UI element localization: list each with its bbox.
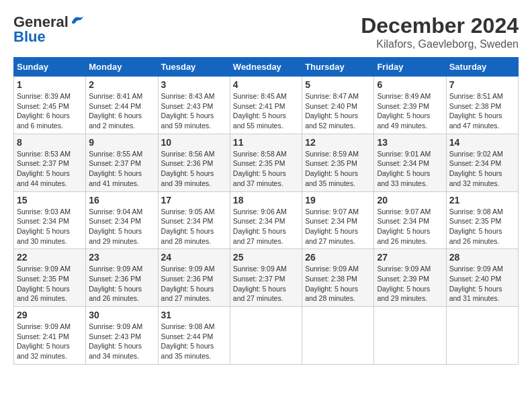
calendar-cell: 7Sunrise: 8:51 AMSunset: 2:38 PMDaylight… xyxy=(446,77,518,134)
day-number: 10 xyxy=(161,137,227,148)
day-info: Sunrise: 9:07 AMSunset: 2:34 PMDaylight:… xyxy=(377,207,443,246)
calendar-cell: 9Sunrise: 8:55 AMSunset: 2:37 PMDaylight… xyxy=(86,134,158,191)
calendar-cell: 20Sunrise: 9:07 AMSunset: 2:34 PMDayligh… xyxy=(374,191,446,249)
calendar-cell: 16Sunrise: 9:04 AMSunset: 2:34 PMDayligh… xyxy=(86,191,158,249)
day-info: Sunrise: 8:39 AMSunset: 2:45 PMDaylight:… xyxy=(17,91,83,131)
day-number: 30 xyxy=(89,310,154,320)
day-number: 24 xyxy=(161,252,227,263)
day-number: 25 xyxy=(233,252,299,263)
page-title: December 2024 xyxy=(361,13,519,38)
calendar-cell: 2Sunrise: 8:41 AMSunset: 2:44 PMDaylight… xyxy=(86,77,158,134)
calendar-cell: 5Sunrise: 8:47 AMSunset: 2:40 PMDaylight… xyxy=(302,77,374,134)
day-info: Sunrise: 9:02 AMSunset: 2:34 PMDaylight:… xyxy=(449,149,515,189)
day-number: 26 xyxy=(305,252,371,263)
day-info: Sunrise: 9:05 AMSunset: 2:34 PMDaylight:… xyxy=(161,207,227,246)
calendar-cell: 21Sunrise: 9:08 AMSunset: 2:35 PMDayligh… xyxy=(446,191,518,249)
day-info: Sunrise: 8:56 AMSunset: 2:36 PMDaylight:… xyxy=(161,149,227,189)
day-number: 9 xyxy=(89,137,154,148)
day-info: Sunrise: 8:41 AMSunset: 2:44 PMDaylight:… xyxy=(89,91,154,131)
calendar-cell xyxy=(230,307,302,365)
day-info: Sunrise: 9:09 AMSunset: 2:39 PMDaylight:… xyxy=(377,264,443,304)
calendar-cell: 19Sunrise: 9:07 AMSunset: 2:34 PMDayligh… xyxy=(302,191,374,249)
day-number: 12 xyxy=(305,137,371,148)
day-number: 17 xyxy=(161,195,227,205)
calendar-cell: 13Sunrise: 9:01 AMSunset: 2:34 PMDayligh… xyxy=(374,134,446,191)
day-info: Sunrise: 9:03 AMSunset: 2:34 PMDaylight:… xyxy=(17,207,83,246)
calendar-week-row: 8Sunrise: 8:53 AMSunset: 2:37 PMDaylight… xyxy=(14,134,519,191)
bird-icon xyxy=(70,15,85,27)
logo-blue-text: Blue xyxy=(13,28,46,46)
calendar-cell: 10Sunrise: 8:56 AMSunset: 2:36 PMDayligh… xyxy=(158,134,230,191)
calendar-cell: 11Sunrise: 8:58 AMSunset: 2:35 PMDayligh… xyxy=(230,134,302,191)
day-number: 31 xyxy=(161,310,227,320)
weekday-header-friday: Friday xyxy=(374,58,446,77)
day-number: 15 xyxy=(17,195,83,205)
day-info: Sunrise: 8:43 AMSunset: 2:43 PMDaylight:… xyxy=(161,91,227,131)
day-number: 2 xyxy=(89,79,154,90)
weekday-header-monday: Monday xyxy=(86,58,158,77)
page-header: General Blue December 2024 Kilafors, Gae… xyxy=(13,13,519,50)
calendar-cell: 1Sunrise: 8:39 AMSunset: 2:45 PMDaylight… xyxy=(14,77,86,134)
calendar-cell: 31Sunrise: 9:08 AMSunset: 2:44 PMDayligh… xyxy=(158,307,230,365)
day-info: Sunrise: 9:07 AMSunset: 2:34 PMDaylight:… xyxy=(305,207,371,246)
calendar-cell: 28Sunrise: 9:09 AMSunset: 2:40 PMDayligh… xyxy=(446,249,518,307)
day-info: Sunrise: 9:09 AMSunset: 2:36 PMDaylight:… xyxy=(161,264,227,304)
day-info: Sunrise: 8:45 AMSunset: 2:41 PMDaylight:… xyxy=(233,91,299,131)
calendar-cell: 3Sunrise: 8:43 AMSunset: 2:43 PMDaylight… xyxy=(158,77,230,134)
day-number: 28 xyxy=(449,252,515,263)
day-number: 29 xyxy=(17,310,83,320)
calendar-cell: 30Sunrise: 9:09 AMSunset: 2:43 PMDayligh… xyxy=(86,307,158,365)
logo: General Blue xyxy=(13,13,85,46)
day-number: 4 xyxy=(233,79,299,90)
day-number: 11 xyxy=(233,137,299,148)
calendar-cell: 18Sunrise: 9:06 AMSunset: 2:34 PMDayligh… xyxy=(230,191,302,249)
calendar-cell: 17Sunrise: 9:05 AMSunset: 2:34 PMDayligh… xyxy=(158,191,230,249)
day-info: Sunrise: 9:01 AMSunset: 2:34 PMDaylight:… xyxy=(377,149,443,189)
day-info: Sunrise: 8:51 AMSunset: 2:38 PMDaylight:… xyxy=(449,91,515,131)
day-info: Sunrise: 8:53 AMSunset: 2:37 PMDaylight:… xyxy=(17,149,83,189)
day-number: 5 xyxy=(305,79,371,90)
day-number: 1 xyxy=(17,79,83,90)
day-number: 21 xyxy=(449,195,515,205)
day-info: Sunrise: 9:04 AMSunset: 2:34 PMDaylight:… xyxy=(89,207,154,246)
calendar-week-row: 15Sunrise: 9:03 AMSunset: 2:34 PMDayligh… xyxy=(14,191,519,249)
calendar-header-row: SundayMondayTuesdayWednesdayThursdayFrid… xyxy=(14,58,519,77)
calendar-cell: 6Sunrise: 8:49 AMSunset: 2:39 PMDaylight… xyxy=(374,77,446,134)
day-number: 7 xyxy=(449,79,515,90)
calendar-cell: 8Sunrise: 8:53 AMSunset: 2:37 PMDaylight… xyxy=(14,134,86,191)
calendar-cell xyxy=(446,307,518,365)
calendar-cell: 14Sunrise: 9:02 AMSunset: 2:34 PMDayligh… xyxy=(446,134,518,191)
calendar-cell xyxy=(302,307,374,365)
calendar-week-row: 29Sunrise: 9:09 AMSunset: 2:41 PMDayligh… xyxy=(14,307,519,365)
calendar-cell: 12Sunrise: 8:59 AMSunset: 2:35 PMDayligh… xyxy=(302,134,374,191)
weekday-header-thursday: Thursday xyxy=(302,58,374,77)
calendar-cell: 26Sunrise: 9:09 AMSunset: 2:38 PMDayligh… xyxy=(302,249,374,307)
title-section: December 2024 Kilafors, Gaevleborg, Swed… xyxy=(361,13,519,50)
calendar-cell: 29Sunrise: 9:09 AMSunset: 2:41 PMDayligh… xyxy=(14,307,86,365)
page-subtitle: Kilafors, Gaevleborg, Sweden xyxy=(361,38,519,50)
weekday-header-sunday: Sunday xyxy=(14,58,86,77)
calendar-cell: 15Sunrise: 9:03 AMSunset: 2:34 PMDayligh… xyxy=(14,191,86,249)
day-number: 22 xyxy=(17,252,83,263)
day-info: Sunrise: 8:47 AMSunset: 2:40 PMDaylight:… xyxy=(305,91,371,131)
day-info: Sunrise: 9:08 AMSunset: 2:35 PMDaylight:… xyxy=(449,207,515,246)
day-info: Sunrise: 8:55 AMSunset: 2:37 PMDaylight:… xyxy=(89,149,154,189)
day-number: 16 xyxy=(89,195,154,205)
day-info: Sunrise: 9:09 AMSunset: 2:35 PMDaylight:… xyxy=(17,264,83,304)
weekday-header-saturday: Saturday xyxy=(446,58,518,77)
day-number: 3 xyxy=(161,79,227,90)
calendar-cell: 27Sunrise: 9:09 AMSunset: 2:39 PMDayligh… xyxy=(374,249,446,307)
day-info: Sunrise: 9:09 AMSunset: 2:43 PMDaylight:… xyxy=(89,322,154,361)
day-info: Sunrise: 9:09 AMSunset: 2:37 PMDaylight:… xyxy=(233,264,299,304)
day-info: Sunrise: 9:09 AMSunset: 2:38 PMDaylight:… xyxy=(305,264,371,304)
day-number: 23 xyxy=(89,252,154,263)
calendar-table: SundayMondayTuesdayWednesdayThursdayFrid… xyxy=(13,57,519,365)
calendar-cell: 24Sunrise: 9:09 AMSunset: 2:36 PMDayligh… xyxy=(158,249,230,307)
day-number: 6 xyxy=(377,79,443,90)
day-info: Sunrise: 8:58 AMSunset: 2:35 PMDaylight:… xyxy=(233,149,299,189)
calendar-week-row: 1Sunrise: 8:39 AMSunset: 2:45 PMDaylight… xyxy=(14,77,519,134)
day-info: Sunrise: 9:09 AMSunset: 2:40 PMDaylight:… xyxy=(449,264,515,304)
calendar-cell: 25Sunrise: 9:09 AMSunset: 2:37 PMDayligh… xyxy=(230,249,302,307)
day-number: 27 xyxy=(377,252,443,263)
weekday-header-wednesday: Wednesday xyxy=(230,58,302,77)
